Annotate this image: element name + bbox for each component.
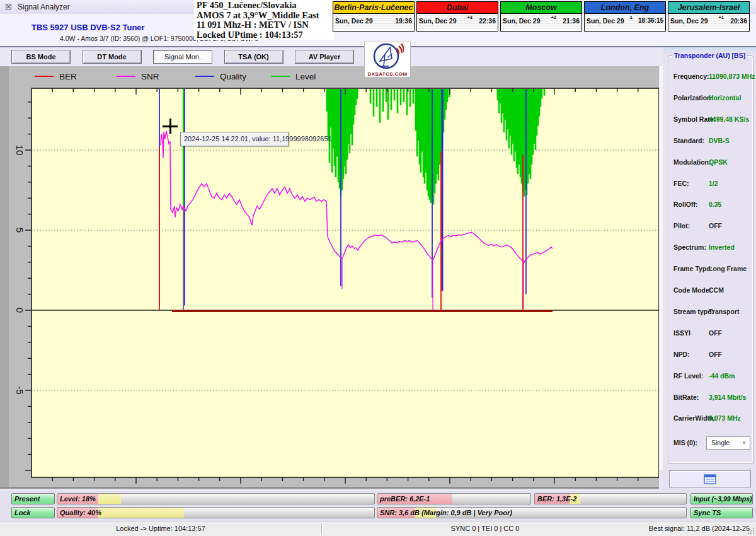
legend-dash-icon (117, 76, 135, 78)
transponder-label: Frequency: (673, 73, 709, 80)
clock-dubai: DubaiSun, Dec 29+322:36 (416, 1, 498, 32)
svg-text:5: 5 (14, 228, 25, 233)
legend-item-quality: Quality (195, 71, 246, 81)
clock-body: Sun, Dec 29-118:36:15 (585, 14, 665, 29)
list-window-icon (704, 474, 716, 484)
transponder-label: Stream type: (673, 308, 714, 315)
transponder-row-rf-level: RF Level:-44 dBm (668, 372, 754, 381)
transponder-label: Spectrum: (673, 243, 706, 251)
clock-date: Sun, Dec 29 (419, 17, 457, 25)
resize-grip[interactable] (747, 527, 755, 535)
statusbar-uptime: Locked -> Uptime: 104:13:57 (0, 521, 321, 536)
transponder-value: QPSK (709, 158, 728, 166)
plot-canvas[interactable]: 1050-5 (0, 66, 659, 489)
clock-body: Sun, Dec 2919:36 (333, 14, 414, 29)
crosshair-cursor (163, 119, 178, 134)
annotation-line: PF 450_Lučenec/Slovakia (197, 1, 334, 11)
clock-time: 21:36 (563, 17, 580, 25)
clock-time: 19:36 (395, 17, 412, 25)
transponder-row-modulation: Modulation:QPSK (668, 158, 754, 167)
clock-time: 20:36 (730, 17, 747, 25)
transponder-row-code-mode: Code Mode:CCM (668, 286, 754, 295)
legend-dash-icon (271, 76, 290, 78)
transponder-label: NPD: (673, 351, 690, 358)
mode-button-tsa-ok[interactable]: TSA (OK) (224, 50, 284, 64)
transponder-label: FEC: (673, 180, 689, 187)
mis-selected-value: Single (711, 439, 730, 446)
clock-city: Jerusalem-Israel (668, 2, 749, 14)
transponder-label: ISSYI (673, 329, 690, 337)
chevron-down-icon: ▼ (742, 441, 747, 445)
mode-button-av-player[interactable]: AV Player (295, 50, 354, 64)
app-icon: ☒ (5, 3, 14, 11)
data-tooltip: 2024-12-25 14.22.01, value: 11,199999809… (180, 132, 289, 146)
clock-london-eng: London, EngSun, Dec 29-118:36:15 (584, 1, 666, 32)
legend-label: Level (295, 72, 316, 81)
level-progressbar: Level: 18% (57, 493, 375, 504)
tuner-name: TBS 5927 USB DVB-S2 Tuner (32, 23, 145, 32)
mode-button-signal-mon[interactable]: Signal Mon. (153, 50, 212, 64)
transponder-label: RF Level: (673, 372, 703, 380)
clock-date: Sun, Dec 29 (335, 17, 373, 25)
statusbar-sync: SYNC 0 | TEI 0 | CC 0 (321, 521, 649, 536)
clock-utc-offset: -1 (628, 15, 633, 20)
transponder-value: 3,914 Mbit/s (709, 393, 747, 401)
mode-button-dt-mode[interactable]: DT Mode (83, 50, 142, 64)
transponder-label: Polarization: (673, 94, 713, 102)
transponder-row-frequency: Frequency:11090,873 MHz (668, 73, 754, 81)
chart-bottom-border (0, 487, 659, 489)
transponder-value: OFF (709, 329, 722, 337)
transponder-row-symbol-rate: Symbol Rate:4499,48 KS/s (668, 115, 754, 124)
signal-chart[interactable]: 1050-5 BERSNRQualityLevel 2024-12-25 14.… (0, 66, 659, 489)
quality-text: Quality: 40% (60, 508, 101, 518)
clock-time: 18:36:15 (638, 17, 663, 24)
legend-item-snr: SNR (117, 71, 159, 81)
annotation-line: Locked UPtime : 104:13:57 (197, 30, 334, 40)
legend-dash-icon (35, 76, 54, 78)
preber-progressbar: preBER: 6,2E-1 (377, 493, 531, 504)
statusbar-best-signal: Best signal: 11,2 dB (2024-12-25 14:22) (649, 521, 750, 536)
transponder-groupbox: Transponder (AU) [BS] Frequency:11090,87… (668, 55, 753, 463)
transponder-value: OFF (709, 222, 722, 230)
transponder-label: Code Mode: (673, 286, 711, 294)
legend-item-level: Level (271, 71, 316, 81)
transponder-row-fec: FEC:1/2 (668, 180, 754, 189)
transponder-row-pilot: Pilot:OFF (668, 222, 754, 231)
legend-label: SNR (141, 72, 159, 81)
annotation-line: 11 091 Mhz-H : METV / ISN (197, 20, 334, 30)
transponder-panel: Transponder (AU) [BS] Frequency:11090,87… (663, 47, 756, 491)
transponder-value: 0.35 (709, 201, 721, 208)
clock-body: Sun, Dec 29+120:36 (668, 14, 749, 29)
transponder-value: 11090,873 MHz (709, 73, 755, 80)
legend-item-ber: BER (35, 71, 77, 81)
status-rows: Present Lock Level: 18% Quality: 40% pre… (0, 491, 756, 521)
ber-progressbar: BER: 1,3E-2 (534, 493, 687, 504)
mode-button-bs-mode[interactable]: BS Mode (11, 50, 71, 64)
dxsatcs-logo: DXSATCS.COM (364, 42, 411, 78)
transponder-list-button[interactable] (669, 470, 751, 487)
clock-city: Dubai (417, 2, 498, 14)
signal-analyzer-window: ☒ Signal Analyzer ✕ TBS 5927 USB DVB-S2 … (0, 0, 756, 536)
present-badge: Present (11, 493, 55, 504)
ber-text: BER: 1,3E-2 (537, 494, 576, 504)
world-clocks: Berlin-Paris-LučenecSun, Dec 2919:36Duba… (333, 1, 750, 32)
transponder-value: 1/2 (709, 180, 718, 187)
transponder-row-frame-type: Frame Type:Long Frame (668, 265, 754, 274)
transponder-row-standard: Standard:DVB-S (668, 137, 754, 146)
clock-utc-offset: +2 (551, 15, 556, 20)
legend-dash-icon (195, 76, 214, 78)
transponder-value: Transport (709, 308, 739, 315)
transponder-label: RollOff: (673, 201, 698, 208)
transponder-value: OFF (709, 351, 722, 358)
clock-body: Sun, Dec 29+221:36 (501, 14, 581, 29)
transponder-value: Inverted (709, 243, 735, 251)
transponder-value: DVB-S (709, 137, 730, 144)
window-title: Signal Analyzer (18, 3, 70, 11)
clock-city: Berlin-Paris-Lučenec (333, 2, 414, 14)
mis-dropdown[interactable]: Single ▼ (706, 436, 750, 450)
legend-label: BER (59, 72, 77, 81)
input-badge: Input (~3,99 Mbps) (690, 493, 753, 504)
transponder-row-stream-type: Stream type:Transport (668, 308, 754, 317)
clock-berlin-paris-lu-enec: Berlin-Paris-LučenecSun, Dec 2919:36 (333, 1, 415, 32)
transponder-value: 4499,48 KS/s (709, 115, 749, 123)
